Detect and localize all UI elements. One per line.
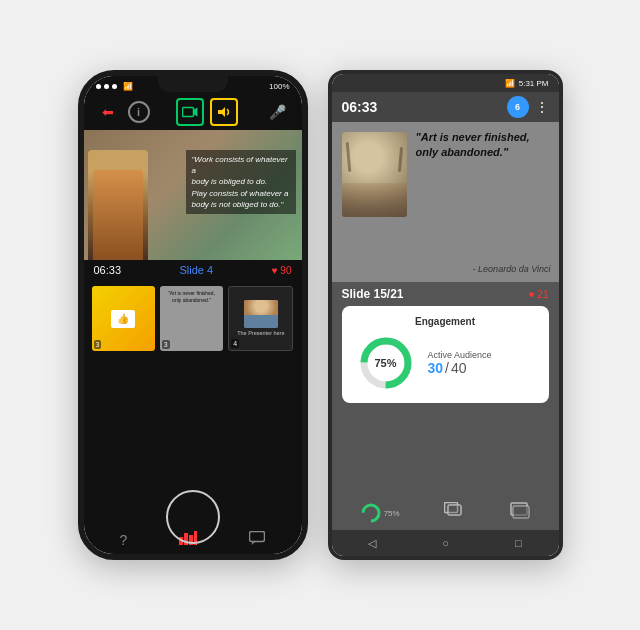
more-options-button[interactable]: ⋮ (535, 99, 549, 115)
android-status-bar: 📶 5:31 PM (332, 74, 559, 92)
slide-info-bar: 06:33 Slide 4 ♥ 90 (84, 260, 302, 280)
da-vinci-image (342, 132, 407, 217)
svg-rect-4 (184, 533, 188, 545)
slide-figure (88, 150, 148, 260)
audience-badge: 6 (507, 96, 529, 118)
back-nav-button[interactable]: ◁ (368, 537, 376, 550)
android-slide-likes: ♥ 21 (529, 289, 549, 300)
presenter-thumb-label: The Presenter here (237, 330, 284, 337)
svg-rect-17 (513, 506, 529, 518)
iphone-bottom-bar: ? (84, 525, 302, 554)
slides-icon (444, 502, 466, 520)
engagement-title: Engagement (356, 316, 535, 327)
thumbnail-1[interactable]: 👍 3 (92, 286, 155, 351)
audience-info: Active Audience 30 / 40 (428, 350, 492, 376)
chat-button[interactable] (249, 531, 265, 548)
android-time: 5:31 PM (519, 79, 549, 88)
thumb2-text: "Art is never finished, only abandoned." (168, 290, 215, 303)
back-button[interactable]: ⬅ (94, 98, 122, 126)
svg-marker-2 (218, 107, 225, 117)
camera-button[interactable] (176, 98, 204, 126)
svg-rect-5 (189, 535, 193, 545)
iphone-device: 📶 5:19 pm 100% ⬅ i (78, 70, 308, 560)
thumbnail-2[interactable]: "Art is never finished, only abandoned."… (160, 286, 223, 351)
speaker-icon (217, 106, 231, 118)
android-device: 📶 5:31 PM 06:33 6 ⋮ (328, 70, 563, 560)
thumb-num-1: 3 (94, 340, 102, 349)
android-slide-label: Slide 15/21 (342, 287, 404, 301)
iphone-toolbar: ⬅ i (84, 94, 302, 130)
donut-chart: 75% (356, 333, 416, 393)
layers-icon (510, 502, 530, 520)
svg-rect-15 (448, 505, 461, 515)
android-status-right: 📶 5:31 PM (505, 79, 549, 88)
iphone-screen: 📶 5:19 pm 100% ⬅ i (84, 76, 302, 554)
layers-button[interactable] (510, 502, 530, 524)
thumb-num-3: 4 (231, 339, 239, 348)
slide-attribution: - Leonardo da Vinci (473, 264, 551, 274)
svg-rect-7 (250, 532, 265, 542)
thumb-num-2: 3 (162, 340, 170, 349)
iphone-time: 5:19 pm (185, 81, 218, 91)
wifi-icon: 📶 (505, 79, 515, 88)
svg-marker-1 (194, 108, 198, 117)
svg-rect-6 (194, 531, 197, 545)
android-timer: 06:33 (342, 99, 378, 115)
camera-icon (182, 106, 198, 118)
android-slide-info: Slide 15/21 ♥ 21 (332, 282, 559, 306)
audience-current: 30 (428, 360, 444, 376)
slide-timer: 06:33 (94, 264, 122, 276)
home-nav-button[interactable]: ○ (442, 537, 449, 549)
battery-indicator: 100% (269, 82, 289, 91)
chart-button[interactable] (179, 531, 197, 548)
engagement-body: 75% Active Audience 30 / 40 (356, 333, 535, 393)
slides-overview-button[interactable] (444, 502, 466, 524)
android-nav-bar: ◁ ○ □ (332, 530, 559, 556)
recents-nav-button[interactable]: □ (515, 537, 522, 549)
audience-separator: / (445, 360, 449, 376)
iphone-status-bar: 📶 5:19 pm 100% (84, 76, 302, 94)
help-button[interactable]: ? (120, 532, 128, 548)
slide-quote-overlay: "Work consists of whatever a body is obl… (186, 150, 296, 214)
slide-preview: "Work consists of whatever a body is obl… (84, 130, 302, 260)
info-button[interactable]: i (128, 101, 150, 123)
donut-label: 75% (374, 357, 396, 369)
slide-label: Slide 4 (180, 264, 214, 276)
chart-icon (179, 531, 197, 545)
mini-donut-icon (360, 502, 382, 524)
mic-button[interactable]: 🎤 (264, 98, 292, 126)
slide-likes: ♥ 90 (272, 265, 292, 276)
svg-rect-3 (179, 537, 183, 545)
android-toolbar: 06:33 6 ⋮ (332, 92, 559, 122)
signal-dots: 📶 (96, 82, 133, 91)
thumbnail-3-presenter[interactable]: The Presenter here 4 (228, 286, 293, 351)
slide-quote: "Art is never finished, only abandoned." (416, 130, 551, 161)
speaker-button[interactable] (210, 98, 238, 126)
svg-rect-0 (182, 108, 193, 117)
audience-label: Active Audience (428, 350, 492, 360)
engagement-card: Engagement 75% (342, 306, 549, 403)
android-screen: 📶 5:31 PM 06:33 6 ⋮ (332, 74, 559, 556)
progress-button[interactable]: 75% (360, 502, 400, 524)
chat-icon (249, 531, 265, 545)
audience-total: 40 (451, 360, 467, 376)
android-slide-preview: "Art is never finished, only abandoned."… (332, 122, 559, 282)
thumbnails-row: 👍 3 "Art is never finished, only abandon… (84, 280, 302, 357)
android-bottom-toolbar: 75% (332, 496, 559, 530)
